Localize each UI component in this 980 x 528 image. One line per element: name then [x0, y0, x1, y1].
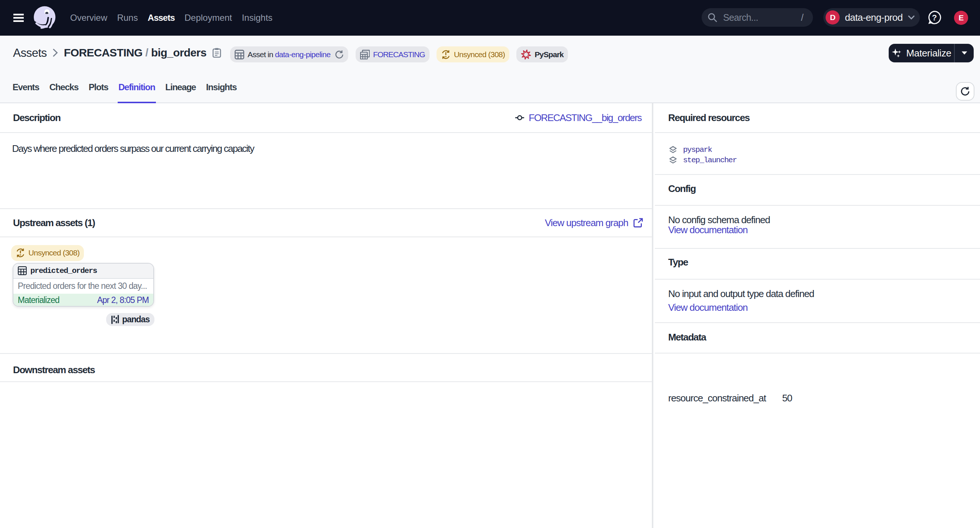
svg-text:?: ? — [932, 13, 937, 22]
